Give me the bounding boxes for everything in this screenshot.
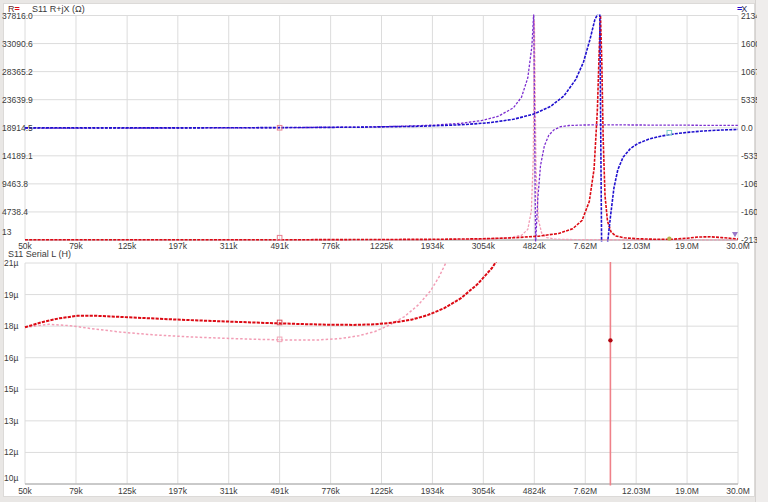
y-left-tick-label: 9463.8 [2, 179, 28, 189]
y-left-tick-label: 19µ [4, 290, 18, 300]
y-left-tick-label: 18µ [4, 321, 18, 331]
x-tick-label: 7.62M [573, 241, 597, 251]
marker-dot-icon[interactable] [608, 338, 612, 342]
y-right-tick-label: -1600 [741, 207, 763, 217]
x-tick-label: 491k [270, 241, 289, 251]
x-tick-label: 30.0M [726, 486, 750, 496]
x-tick-label: 4824k [523, 486, 547, 496]
y-left-tick-label: 33090.6 [2, 39, 33, 49]
x-tick-label: 3054k [472, 486, 496, 496]
x-tick-label: 1225k [370, 241, 394, 251]
y-right-tick-label: -1067 [741, 179, 763, 189]
vna-app-window: R= S11 R+jX (Ω) =X S11 Serial L (H) 3781… [0, 0, 768, 502]
y-right-tick-label: -5335 [741, 151, 763, 161]
y-right-tick-label: 16005 [741, 39, 765, 49]
x-tick-label: 7.62M [573, 486, 597, 496]
marker-triangle-icon[interactable] [732, 232, 738, 237]
y-right-tick-label: 10670 [741, 67, 765, 77]
y-right-tick-label: 0.0 [741, 123, 753, 133]
x-tick-label: 19.0M [675, 241, 699, 251]
y-left-tick-label: 15µ [4, 384, 18, 394]
y-left-tick-label: 14189.1 [2, 151, 33, 161]
x-tick-label: 1934k [421, 241, 445, 251]
x-tick-label: 12.03M [622, 486, 650, 496]
trace-L [25, 253, 502, 327]
x-tick-label: 19.0M [675, 486, 699, 496]
x-tick-label: 50k [18, 241, 32, 251]
x-tick-label: 125k [118, 241, 137, 251]
x-tick-label: 50k [18, 486, 32, 496]
x-tick-label: 776k [321, 241, 340, 251]
y-left-tick-label: 37816.0 [2, 11, 33, 21]
x-tick-label: 776k [321, 486, 340, 496]
y-left-tick-label: 10µ [4, 473, 18, 483]
y-left-tick-label: 23639.9 [2, 95, 33, 105]
x-tick-label: 311k [220, 486, 239, 496]
y-left-tick-label: 18914.5 [2, 123, 33, 133]
x-tick-label: 125k [118, 486, 137, 496]
x-tick-label: 197k [169, 241, 188, 251]
marker-dot-icon[interactable] [667, 236, 671, 240]
x-tick-label: 79k [69, 241, 83, 251]
x-tick-label: 12.03M [622, 241, 650, 251]
y-left-tick-label: 13 [2, 227, 12, 237]
x-tick-label: 491k [270, 486, 289, 496]
x-tick-label: 1225k [370, 486, 394, 496]
x-tick-label: 79k [69, 486, 83, 496]
y-left-tick-label: 12µ [4, 447, 18, 457]
y-left-tick-label: 16µ [4, 353, 18, 363]
x-tick-label: 197k [169, 486, 188, 496]
x-tick-label: 311k [220, 241, 239, 251]
y-left-tick-label: 13µ [4, 416, 18, 426]
charts-canvas[interactable]: 37816.033090.628365.223639.918914.514189… [0, 0, 768, 502]
x-tick-label: 30.0M [726, 241, 750, 251]
y-left-tick-label: 28365.2 [2, 67, 33, 77]
x-tick-label: 1934k [421, 486, 445, 496]
y-right-tick-label: 21340 [741, 11, 765, 21]
x-tick-label: 4824k [523, 241, 547, 251]
x-tick-label: 3054k [472, 241, 496, 251]
y-right-tick-label: 5335. [741, 95, 762, 105]
y-left-tick-label: 4738.4 [2, 207, 28, 217]
y-left-tick-label: 21µ [4, 258, 18, 268]
